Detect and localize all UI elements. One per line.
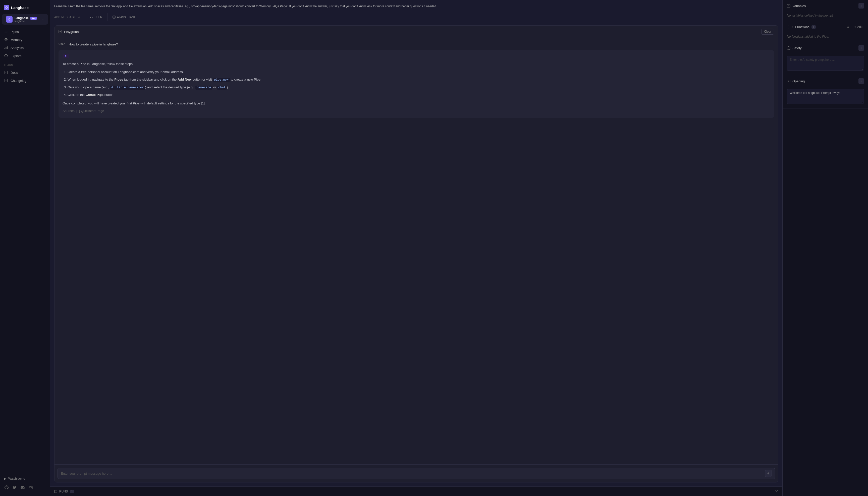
functions-actions: ⚙ + Add [846, 24, 864, 30]
social-icons [4, 482, 46, 490]
sidebar-item-analytics[interactable]: Analytics [0, 44, 50, 52]
opening-header: Opening i [783, 75, 868, 87]
playground-wrapper: Playground Clear User How to create a pi… [50, 21, 782, 486]
variables-kbd[interactable]: i [858, 3, 864, 9]
svg-rect-4 [4, 48, 5, 49]
prompt-add-btn[interactable]: + [765, 470, 772, 477]
svg-point-3 [5, 39, 6, 40]
account-switcher[interactable]: ⬡ Langbase Pro langbase ⌄ [2, 14, 48, 25]
svg-rect-14 [29, 486, 32, 489]
functions-header: ( ) Functions 1 ⚙ + Add [783, 21, 868, 33]
ai-outro: Once completed, you will have created yo… [63, 100, 770, 106]
ai-assistant-message-btn[interactable]: AI ASSISTANT [107, 13, 140, 21]
sidebar-item-explore[interactable]: Explore [0, 52, 50, 60]
langbase-logo-icon: ⬡ [4, 5, 9, 10]
svg-rect-8 [5, 71, 7, 74]
account-sub: langbase [15, 20, 40, 22]
user-message-content: How to create a pipe in langbase? [68, 42, 118, 47]
runs-count: 1 [70, 490, 74, 493]
variables-title: Variables [787, 4, 806, 8]
opening-title: Opening [787, 79, 805, 83]
sidebar-item-changelog[interactable]: Changelog [0, 77, 50, 84]
safety-textarea[interactable] [787, 56, 864, 71]
svg-rect-1 [4, 32, 7, 32]
functions-content: No functions added to the Pipe. [783, 33, 868, 42]
main-content: Filename. From the file name, remove the… [50, 0, 868, 496]
center-content: Filename. From the file name, remove the… [50, 0, 868, 496]
sidebar-logo: ⬡ Langbase [0, 3, 50, 14]
svg-rect-19 [55, 490, 57, 493]
variables-section: Variables i No variables defined in the … [783, 0, 868, 21]
clear-btn[interactable]: Clear [761, 29, 774, 35]
svg-rect-6 [7, 46, 7, 49]
variables-empty: No variables defined in the prompt. [787, 14, 834, 17]
ai-intro: To create a Pipe in Langbase, follow the… [63, 61, 770, 67]
playground-input-area: + [55, 464, 778, 482]
ai-step-2: When logged in, navigate to the Pipes ta… [67, 77, 770, 82]
ai-message-block: AI To create a Pipe in Langbase, follow … [59, 50, 774, 118]
variables-header: Variables i [783, 0, 868, 12]
ai-step-1: Create a free personal account on Langba… [67, 69, 770, 75]
account-icon: ⬡ [6, 16, 13, 22]
prompt-input[interactable] [61, 472, 765, 476]
ai-badge: AI [63, 54, 69, 58]
editor-panel: Filename. From the file name, remove the… [50, 0, 782, 496]
sidebar-item-memory[interactable]: Memory [0, 36, 50, 44]
sidebar-item-docs[interactable]: Docs [0, 68, 50, 77]
user-message-btn[interactable]: USER [85, 13, 107, 21]
opening-kbd[interactable]: i [858, 78, 864, 84]
github-icon[interactable] [4, 485, 9, 490]
user-role-label: User [59, 42, 66, 45]
functions-badge: 1 [811, 25, 816, 29]
analytics-icon [4, 46, 8, 50]
safety-title: Safety [787, 46, 802, 50]
playground-header: Playground Clear [55, 26, 778, 38]
ai-message-content: To create a Pipe in Langbase, follow the… [63, 61, 770, 114]
learn-section-label: Learn [0, 61, 50, 67]
opening-textarea[interactable] [787, 89, 864, 104]
ai-step-4: Click on the Create Pipe button. [67, 92, 770, 98]
sidebar-logo-text: Langbase [11, 5, 29, 10]
ai-sources: Sources: [1] Quickstart Page [63, 108, 770, 114]
sidebar-item-pipes[interactable]: Pipes [0, 28, 50, 36]
functions-title: ( ) Functions 1 [787, 25, 816, 29]
add-message-label: ADD MESSAGE BY [50, 13, 85, 21]
prompt-input-wrapper: + [58, 468, 775, 479]
variables-content: No variables defined in the prompt. [783, 12, 868, 21]
safety-kbd[interactable]: i [858, 45, 864, 51]
discord-icon[interactable] [20, 485, 25, 490]
safety-content [783, 54, 868, 75]
opening-section: Opening i [783, 75, 868, 108]
safety-header: Safety i [783, 42, 868, 54]
variables-actions: i [858, 3, 864, 9]
package-icon[interactable] [28, 485, 33, 490]
watch-demo-btn[interactable]: ▶ Watch demo [4, 476, 46, 482]
system-prompt-area: Filename. From the file name, remove the… [50, 0, 782, 13]
functions-settings-icon[interactable]: ⚙ [846, 24, 851, 30]
functions-empty: No functions added to the Pipe. [787, 35, 829, 38]
play-icon: ▶ [4, 477, 6, 480]
runs-bar: RUNS 1 [50, 486, 782, 496]
functions-add-btn[interactable]: + Add [853, 25, 864, 29]
account-name: Langbase Pro [15, 16, 40, 20]
sidebar-bottom: ▶ Watch demo [0, 472, 50, 493]
docs-icon [4, 71, 8, 75]
changelog-icon [4, 79, 8, 82]
svg-rect-5 [6, 47, 6, 49]
functions-section: ( ) Functions 1 ⚙ + Add No functions add… [783, 21, 868, 42]
runs-collapse-btn[interactable] [775, 489, 778, 494]
svg-point-17 [113, 17, 115, 18]
sidebar: ⬡ Langbase ⬡ Langbase Pro langbase ⌄ Pip… [0, 0, 50, 496]
ai-steps-list: Create a free personal account on Langba… [63, 69, 770, 98]
system-prompt-text: Filename. From the file name, remove the… [54, 4, 778, 9]
playground-messages: User How to create a pipe in langbase? A… [55, 38, 778, 464]
memory-icon [4, 38, 8, 42]
main-nav: Pipes Memory Analytics Explore [0, 27, 50, 61]
ai-message-header: AI [63, 54, 770, 58]
opening-actions: i [858, 78, 864, 84]
svg-rect-11 [5, 79, 7, 82]
runs-label: RUNS 1 [54, 490, 74, 493]
safety-actions: i [858, 45, 864, 51]
svg-rect-21 [787, 80, 790, 82]
twitter-icon[interactable] [12, 485, 17, 490]
